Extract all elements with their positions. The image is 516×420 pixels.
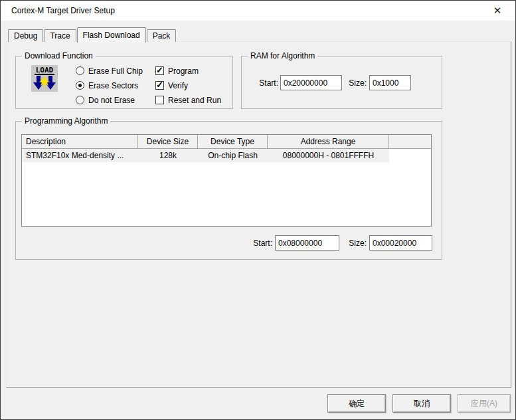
group-title: Download Function (22, 51, 96, 60)
column-header-device-type[interactable]: Device Type (198, 135, 268, 148)
group-title: RAM for Algorithm (248, 51, 317, 60)
radio-circle (76, 81, 84, 90)
column-header-address-range[interactable]: Address Range (268, 135, 389, 148)
window-title: Cortex-M Target Driver Setup (11, 6, 115, 15)
tab-label: Flash Download (83, 31, 140, 40)
download-function-group: Download Function LOAD Erase Full Chip E… (15, 56, 233, 109)
group-title: Programming Algorithm (22, 116, 110, 126)
ram-start-input[interactable] (280, 75, 342, 90)
cell-device-type: On-chip Flash (198, 149, 268, 162)
cell-empty (389, 149, 431, 162)
flash-load-icon: LOAD (31, 65, 58, 92)
checkbox-box: ✓ (155, 96, 164, 104)
checkbox-label: Verify (168, 81, 188, 90)
radio-label: Erase Sectors (88, 81, 138, 90)
radio-label: Erase Full Chip (88, 66, 143, 76)
apply-button: 应用(A) (458, 394, 511, 413)
column-header-description[interactable]: Description (22, 135, 138, 148)
checkbox-label: Program (168, 66, 199, 76)
flash-start-label: Start: (242, 239, 272, 248)
checkbox-reset-and-run[interactable]: ✓ Reset and Run (155, 95, 221, 105)
check-icon: ✓ (156, 80, 163, 90)
ram-for-algorithm-group: RAM for Algorithm Start: Size: (241, 56, 442, 109)
tab-bar: Debug Trace Flash Download Pack (8, 27, 177, 42)
ok-button[interactable]: 确定 (327, 394, 386, 413)
radio-circle (76, 66, 84, 75)
checkbox-box: ✓ (155, 81, 164, 90)
checkbox-box: ✓ (155, 66, 164, 75)
radio-label: Do not Erase (88, 96, 135, 105)
titlebar: Cortex-M Target Driver Setup ✕ (1, 1, 515, 21)
cell-description: STM32F10x Med-density ... (22, 149, 138, 162)
table-header-row: Description Device Size Device Type Addr… (22, 135, 431, 149)
radio-erase-full-chip[interactable]: Erase Full Chip (76, 66, 143, 76)
flash-size-label: Size: (347, 239, 367, 248)
programming-algorithm-group: Programming Algorithm Description Device… (15, 121, 442, 260)
ram-start-label: Start: (248, 78, 278, 88)
checkbox-label: Reset and Run (168, 96, 221, 105)
checkbox-verify[interactable]: ✓ Verify (155, 80, 188, 90)
close-button[interactable]: ✕ (483, 1, 511, 21)
ram-size-label: Size: (347, 78, 367, 88)
target-driver-setup-dialog: Cortex-M Target Driver Setup ✕ Debug Tra… (0, 0, 516, 420)
tab-label: Trace (50, 31, 70, 41)
flash-start-input[interactable] (275, 235, 339, 251)
close-icon: ✕ (493, 5, 502, 17)
cancel-button[interactable]: 取消 (392, 394, 451, 413)
load-icon-text: LOAD (36, 66, 54, 74)
radio-circle (76, 96, 84, 104)
tab-flash-download[interactable]: Flash Download (77, 27, 146, 43)
ram-size-input[interactable] (369, 75, 411, 90)
tab-pack[interactable]: Pack (147, 29, 177, 42)
column-header-empty (389, 135, 431, 148)
table-row[interactable]: STM32F10x Med-density ... 128k On-chip F… (22, 149, 431, 162)
radio-erase-sectors[interactable]: Erase Sectors (76, 80, 138, 90)
cell-address-range: 08000000H - 0801FFFFH (268, 149, 389, 162)
algorithm-table: Description Device Size Device Type Addr… (21, 134, 432, 227)
checkbox-program[interactable]: ✓ Program (155, 66, 199, 76)
column-header-device-size[interactable]: Device Size (138, 135, 198, 148)
flash-size-input[interactable] (369, 235, 432, 251)
tab-debug[interactable]: Debug (8, 29, 43, 42)
radio-do-not-erase[interactable]: Do not Erase (76, 95, 135, 105)
tab-label: Pack (153, 31, 171, 41)
tab-label: Debug (14, 31, 37, 41)
check-icon: ✓ (156, 65, 163, 75)
tab-trace[interactable]: Trace (44, 29, 76, 42)
cell-device-size: 128k (138, 149, 198, 162)
